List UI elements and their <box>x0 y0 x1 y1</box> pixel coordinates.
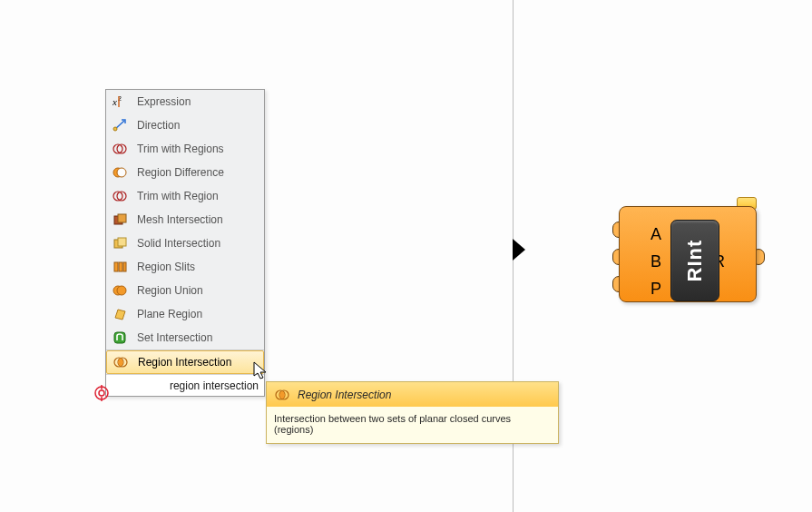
region-slits-icon <box>112 259 128 275</box>
solid-intersection-icon <box>112 235 128 251</box>
node-input-label-p: P <box>651 280 661 299</box>
region-intersection-icon <box>113 354 129 370</box>
svg-point-18 <box>117 286 126 295</box>
menu-item-label: Region Intersection <box>138 356 231 369</box>
menu-item-label: Trim with Regions <box>137 143 224 155</box>
svg-rect-15 <box>119 262 122 271</box>
expression-icon: x2 <box>112 94 128 110</box>
trim-region-icon <box>112 188 128 204</box>
svg-text:x: x <box>113 96 117 107</box>
tooltip-title: Region Intersection <box>298 389 391 401</box>
canvas-arrow-icon <box>513 239 525 261</box>
node-input-label-a: A <box>651 225 661 244</box>
menu-item-plane-region[interactable]: Plane Region <box>106 302 264 326</box>
menu-item-direction[interactable]: Direction <box>106 113 264 137</box>
mesh-intersection-icon <box>112 212 128 228</box>
menu-item-label: Direction <box>137 119 180 132</box>
svg-point-3 <box>113 127 117 131</box>
menu-item-label: Solid Intersection <box>137 237 220 250</box>
svg-point-23 <box>99 390 104 396</box>
trim-regions-icon <box>112 141 128 157</box>
svg-rect-11 <box>118 214 126 222</box>
svg-rect-13 <box>118 238 126 246</box>
region-intersection-icon <box>274 387 290 403</box>
menu-item-trim-region[interactable]: Trim with Region <box>106 184 264 208</box>
menu-item-region-intersection[interactable]: Region Intersection <box>106 350 264 374</box>
tooltip-header: Region Intersection <box>267 382 558 407</box>
menu-item-label: Set Intersection <box>137 331 212 344</box>
region-difference-icon <box>112 164 128 181</box>
menu-item-label: Mesh Intersection <box>137 213 223 226</box>
menu-item-label: Plane Region <box>137 308 202 320</box>
menu-item-solid-intersection[interactable]: Solid Intersection <box>106 231 264 255</box>
tooltip-body: Intersection between two sets of planar … <box>267 407 558 443</box>
node-input-label-b: B <box>651 252 661 271</box>
menu-item-label: Region Union <box>137 284 203 297</box>
menu-item-expression[interactable]: x2 Expression <box>106 90 264 113</box>
node-region-intersection[interactable]: A B P R RInt <box>606 199 771 304</box>
tooltip: Region Intersection Intersection between… <box>266 381 559 444</box>
menu-search-row <box>106 374 264 396</box>
node-core-label: RInt <box>683 240 707 282</box>
menu-item-mesh-intersection[interactable]: Mesh Intersection <box>106 208 264 231</box>
menu-item-region-union[interactable]: Region Union <box>106 279 264 302</box>
menu-item-label: Expression <box>137 95 191 108</box>
set-intersection-icon <box>112 330 128 346</box>
svg-rect-14 <box>114 262 118 271</box>
menu-item-label: Region Slits <box>137 261 195 273</box>
menu-search-input[interactable] <box>112 379 259 392</box>
menu-item-set-intersection[interactable]: Set Intersection <box>106 326 264 350</box>
menu-item-trim-regions[interactable]: Trim with Regions <box>106 137 264 161</box>
direction-icon <box>112 117 128 133</box>
svg-point-7 <box>117 168 126 177</box>
svg-rect-16 <box>123 262 126 271</box>
menu-item-region-slits[interactable]: Region Slits <box>106 255 264 279</box>
menu-item-region-difference[interactable]: Region Difference <box>106 161 264 184</box>
context-menu: x2 Expression Direction Trim with Region… <box>105 89 265 397</box>
menu-item-label: Trim with Region <box>137 190 219 202</box>
node-body: A B P R RInt <box>619 206 757 302</box>
menu-item-label: Region Difference <box>137 166 224 179</box>
region-union-icon <box>112 282 128 299</box>
plane-region-icon <box>112 306 128 322</box>
node-core: RInt <box>670 220 719 301</box>
